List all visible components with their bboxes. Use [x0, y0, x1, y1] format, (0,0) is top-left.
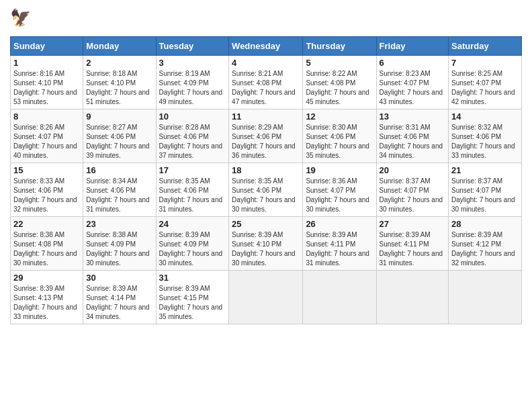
- calendar-week-2: 8Sunrise: 8:26 AMSunset: 4:07 PMDaylight…: [11, 109, 522, 163]
- day-info: Sunrise: 8:22 AMSunset: 4:08 PMDaylight:…: [306, 69, 373, 107]
- day-number: 6: [380, 58, 446, 68]
- col-monday: Monday: [83, 37, 156, 56]
- day-number: 8: [13, 111, 80, 122]
- table-row: 18Sunrise: 8:35 AMSunset: 4:06 PMDayligh…: [229, 163, 303, 217]
- logo: 🦅: [10, 7, 34, 31]
- day-info: Sunrise: 8:39 AMSunset: 4:13 PMDaylight:…: [13, 284, 80, 322]
- table-row: 13Sunrise: 8:31 AMSunset: 4:06 PMDayligh…: [376, 109, 449, 163]
- day-info: Sunrise: 8:34 AMSunset: 4:06 PMDaylight:…: [86, 177, 152, 214]
- day-number: 23: [86, 219, 152, 229]
- calendar-week-5: 29Sunrise: 8:39 AMSunset: 4:13 PMDayligh…: [11, 271, 522, 324]
- day-info: Sunrise: 8:37 AMSunset: 4:07 PMDaylight:…: [451, 177, 519, 214]
- day-info: Sunrise: 8:31 AMSunset: 4:06 PMDaylight:…: [380, 123, 446, 161]
- day-number: 20: [380, 165, 446, 175]
- table-row: 31Sunrise: 8:39 AMSunset: 4:15 PMDayligh…: [156, 271, 229, 324]
- svg-text:🦅: 🦅: [10, 7, 32, 28]
- day-number: 7: [451, 58, 519, 68]
- day-info: Sunrise: 8:21 AMSunset: 4:08 PMDaylight:…: [232, 69, 300, 107]
- day-info: Sunrise: 8:26 AMSunset: 4:07 PMDaylight:…: [13, 123, 80, 161]
- col-friday: Friday: [376, 37, 449, 56]
- table-row: 19Sunrise: 8:36 AMSunset: 4:07 PMDayligh…: [303, 163, 376, 217]
- table-row: [303, 271, 376, 324]
- table-row: 25Sunrise: 8:39 AMSunset: 4:10 PMDayligh…: [229, 217, 303, 271]
- day-info: Sunrise: 8:35 AMSunset: 4:06 PMDaylight:…: [159, 177, 226, 214]
- day-number: 28: [451, 219, 519, 229]
- day-number: 4: [232, 58, 300, 68]
- day-info: Sunrise: 8:30 AMSunset: 4:06 PMDaylight:…: [306, 123, 373, 161]
- table-row: [229, 271, 303, 324]
- day-number: 30: [86, 273, 152, 283]
- day-info: Sunrise: 8:38 AMSunset: 4:08 PMDaylight:…: [13, 230, 80, 268]
- day-info: Sunrise: 8:39 AMSunset: 4:11 PMDaylight:…: [380, 230, 446, 268]
- day-number: 16: [86, 165, 152, 175]
- table-row: 6Sunrise: 8:23 AMSunset: 4:07 PMDaylight…: [376, 56, 449, 109]
- table-row: 9Sunrise: 8:27 AMSunset: 4:06 PMDaylight…: [83, 109, 156, 163]
- day-number: 22: [13, 219, 80, 229]
- table-row: 29Sunrise: 8:39 AMSunset: 4:13 PMDayligh…: [11, 271, 83, 324]
- table-row: 15Sunrise: 8:33 AMSunset: 4:06 PMDayligh…: [11, 163, 83, 217]
- day-number: 10: [159, 111, 226, 122]
- table-row: 23Sunrise: 8:38 AMSunset: 4:09 PMDayligh…: [83, 217, 156, 271]
- day-number: 11: [232, 111, 300, 122]
- logo-icon: 🦅: [10, 7, 34, 31]
- day-info: Sunrise: 8:25 AMSunset: 4:07 PMDaylight:…: [451, 69, 519, 107]
- table-row: 5Sunrise: 8:22 AMSunset: 4:08 PMDaylight…: [303, 56, 376, 109]
- table-row: 20Sunrise: 8:37 AMSunset: 4:07 PMDayligh…: [376, 163, 449, 217]
- day-number: 12: [306, 111, 373, 122]
- table-row: 28Sunrise: 8:39 AMSunset: 4:12 PMDayligh…: [449, 217, 522, 271]
- day-info: Sunrise: 8:33 AMSunset: 4:06 PMDaylight:…: [13, 177, 80, 214]
- table-row: 2Sunrise: 8:18 AMSunset: 4:10 PMDaylight…: [83, 56, 156, 109]
- day-number: 2: [86, 58, 152, 68]
- calendar-header-row: Sunday Monday Tuesday Wednesday Thursday…: [11, 37, 522, 56]
- table-row: 24Sunrise: 8:39 AMSunset: 4:09 PMDayligh…: [156, 217, 229, 271]
- col-tuesday: Tuesday: [156, 37, 229, 56]
- col-wednesday: Wednesday: [229, 37, 303, 56]
- day-number: 3: [159, 58, 226, 68]
- day-number: 13: [380, 111, 446, 122]
- table-row: [376, 271, 449, 324]
- day-info: Sunrise: 8:19 AMSunset: 4:09 PMDaylight:…: [159, 69, 226, 107]
- day-info: Sunrise: 8:39 AMSunset: 4:11 PMDaylight:…: [306, 230, 373, 268]
- day-info: Sunrise: 8:29 AMSunset: 4:06 PMDaylight:…: [232, 123, 300, 161]
- table-row: 10Sunrise: 8:28 AMSunset: 4:06 PMDayligh…: [156, 109, 229, 163]
- calendar-week-1: 1Sunrise: 8:16 AMSunset: 4:10 PMDaylight…: [11, 56, 522, 109]
- day-info: Sunrise: 8:38 AMSunset: 4:09 PMDaylight:…: [86, 230, 152, 268]
- table-row: 22Sunrise: 8:38 AMSunset: 4:08 PMDayligh…: [11, 217, 83, 271]
- table-row: 7Sunrise: 8:25 AMSunset: 4:07 PMDaylight…: [449, 56, 522, 109]
- day-info: Sunrise: 8:23 AMSunset: 4:07 PMDaylight:…: [380, 69, 446, 107]
- table-row: 27Sunrise: 8:39 AMSunset: 4:11 PMDayligh…: [376, 217, 449, 271]
- day-number: 18: [232, 165, 300, 175]
- day-number: 25: [232, 219, 300, 229]
- col-sunday: Sunday: [11, 37, 83, 56]
- day-number: 9: [86, 111, 152, 122]
- table-row: [449, 271, 522, 324]
- table-row: 14Sunrise: 8:32 AMSunset: 4:06 PMDayligh…: [449, 109, 522, 163]
- table-row: 4Sunrise: 8:21 AMSunset: 4:08 PMDaylight…: [229, 56, 303, 109]
- day-info: Sunrise: 8:39 AMSunset: 4:10 PMDaylight:…: [232, 230, 300, 268]
- table-row: 8Sunrise: 8:26 AMSunset: 4:07 PMDaylight…: [11, 109, 83, 163]
- page-container: 🦅 Sunday Monday Tuesday Wednesday Thursd…: [0, 0, 532, 334]
- table-row: 3Sunrise: 8:19 AMSunset: 4:09 PMDaylight…: [156, 56, 229, 109]
- day-number: 14: [451, 111, 519, 122]
- day-number: 27: [380, 219, 446, 229]
- day-info: Sunrise: 8:36 AMSunset: 4:07 PMDaylight:…: [306, 177, 373, 214]
- col-thursday: Thursday: [303, 37, 376, 56]
- day-info: Sunrise: 8:27 AMSunset: 4:06 PMDaylight:…: [86, 123, 152, 161]
- day-info: Sunrise: 8:32 AMSunset: 4:06 PMDaylight:…: [451, 123, 519, 161]
- day-number: 21: [451, 165, 519, 175]
- table-row: 1Sunrise: 8:16 AMSunset: 4:10 PMDaylight…: [11, 56, 83, 109]
- day-number: 17: [159, 165, 226, 175]
- calendar-table: Sunday Monday Tuesday Wednesday Thursday…: [10, 36, 522, 324]
- day-number: 1: [13, 58, 80, 68]
- day-info: Sunrise: 8:28 AMSunset: 4:06 PMDaylight:…: [159, 123, 226, 161]
- table-row: 30Sunrise: 8:39 AMSunset: 4:14 PMDayligh…: [83, 271, 156, 324]
- day-info: Sunrise: 8:39 AMSunset: 4:14 PMDaylight:…: [86, 284, 152, 322]
- table-row: 16Sunrise: 8:34 AMSunset: 4:06 PMDayligh…: [83, 163, 156, 217]
- day-number: 29: [13, 273, 80, 283]
- calendar-week-4: 22Sunrise: 8:38 AMSunset: 4:08 PMDayligh…: [11, 217, 522, 271]
- table-row: 17Sunrise: 8:35 AMSunset: 4:06 PMDayligh…: [156, 163, 229, 217]
- day-info: Sunrise: 8:35 AMSunset: 4:06 PMDaylight:…: [232, 177, 300, 214]
- day-number: 19: [306, 165, 373, 175]
- day-info: Sunrise: 8:39 AMSunset: 4:15 PMDaylight:…: [159, 284, 226, 322]
- calendar-week-3: 15Sunrise: 8:33 AMSunset: 4:06 PMDayligh…: [11, 163, 522, 217]
